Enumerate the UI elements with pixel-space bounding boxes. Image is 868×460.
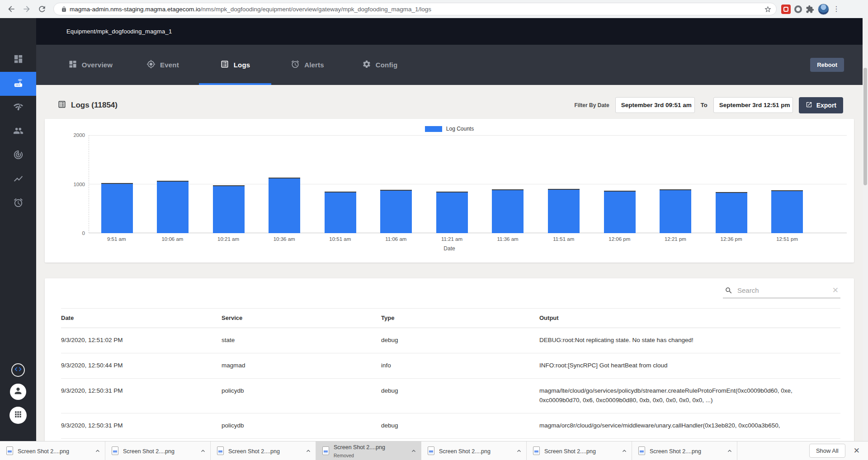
chart-plot-area [89, 135, 847, 233]
sidebar-item-alerts[interactable] [0, 192, 36, 216]
chart-x-tick: 11:21 am [424, 236, 480, 242]
cell-type: debug [381, 328, 539, 353]
browser-actions: ⋮ [781, 4, 840, 15]
cell-output: magma/orc8r/cloud/go/service/middleware/… [539, 413, 840, 438]
router-icon [13, 78, 24, 90]
scrollbar-thumb[interactable] [863, 68, 867, 185]
show-all-button[interactable]: Show All [809, 444, 845, 458]
apps-grid-button[interactable] [9, 407, 27, 424]
network-check-icon [13, 102, 24, 114]
gear-icon [362, 60, 371, 70]
sidebar-item-metrics[interactable] [0, 168, 36, 192]
chevron-up-icon[interactable] [94, 447, 101, 455]
chart-bar-slot [257, 135, 313, 233]
logs-title: Logs (11854) [57, 100, 118, 111]
chart-x-tick: 9:51 am [89, 236, 145, 242]
sidebar-item-dashboard[interactable] [0, 48, 36, 72]
close-downloads-icon[interactable]: ✕ [854, 446, 860, 455]
scrollbar-track[interactable] [863, 18, 868, 441]
file-icon [6, 446, 13, 455]
chart-bar [380, 190, 412, 233]
bookmark-star-icon[interactable] [764, 5, 772, 13]
chevron-up-icon[interactable] [621, 447, 628, 455]
chart-bar [771, 190, 803, 233]
tab-event[interactable]: Event [127, 45, 199, 85]
chevron-up-icon[interactable] [305, 447, 312, 455]
line-chart-icon [13, 174, 24, 186]
download-item[interactable]: Screen Shot 2....png [0, 441, 105, 460]
cell-type: debug [381, 378, 539, 413]
logs-content: Logs (11854) Filter By Date September 3r… [36, 85, 863, 441]
download-item[interactable]: Screen Shot 2....png [527, 441, 632, 460]
extension-icon[interactable] [781, 5, 791, 14]
cell-output: magma/lte/cloud/go/services/policydb/str… [539, 378, 840, 413]
reload-icon[interactable] [34, 1, 50, 17]
chevron-up-icon[interactable] [410, 447, 417, 455]
chart-x-tick: 12:06 pm [591, 236, 647, 242]
clear-search-icon[interactable]: ✕ [832, 286, 839, 294]
filter-by-date-label: Filter By Date [574, 102, 609, 108]
sidebar-item-tracking[interactable] [0, 144, 36, 168]
chart-bar-slot [480, 135, 536, 233]
sidebar-item-network[interactable] [0, 96, 36, 120]
chart-bar [492, 189, 524, 233]
download-item[interactable]: Screen Shot 2....png [632, 441, 737, 460]
breadcrumb: Equipment/mpk_dogfooding_magma_1 [66, 28, 172, 35]
browser-menu-icon[interactable]: ⋮ [833, 7, 840, 11]
chart-bar [325, 192, 356, 233]
extensions-puzzle-icon[interactable] [806, 5, 814, 14]
chart-bar [604, 191, 636, 233]
file-icon [638, 446, 645, 455]
back-icon[interactable] [4, 1, 19, 17]
dashboard-icon [68, 60, 77, 70]
y-tick: 2000 [67, 132, 85, 138]
chart-bar [436, 192, 468, 233]
chart-x-tick: 12:36 pm [703, 236, 760, 242]
sidebar-item-equipment[interactable] [0, 72, 36, 96]
tab-logs[interactable]: Logs [199, 45, 271, 85]
chart-bar [548, 189, 580, 233]
download-item[interactable]: Screen Shot 2....png [211, 441, 316, 460]
cell-service: policydb [222, 413, 381, 438]
chart-xlabels: 9:51 am10:06 am10:21 am10:36 am10:51 am1… [89, 236, 815, 242]
apps-grid-icon [14, 410, 23, 421]
chart-x-tick: 10:06 am [145, 236, 201, 242]
lock-icon [61, 6, 67, 12]
cell-output: INFO:root:[SyncRPC] Got heartBeat from c… [539, 353, 840, 378]
downloads-bar: Screen Shot 2....png Screen Shot 2....pn… [0, 441, 868, 460]
tab-alerts[interactable]: Alerts [271, 45, 344, 85]
logs-header-row: Logs (11854) Filter By Date September 3r… [36, 85, 863, 119]
chevron-up-icon[interactable] [199, 447, 207, 455]
chart-x-tick: 12:51 pm [759, 236, 815, 242]
api-code-button[interactable] [11, 363, 25, 377]
chevron-up-icon[interactable] [515, 447, 523, 455]
url-bar[interactable]: magma-admin.nms-staging.magma.etagecom.i… [53, 3, 777, 15]
sidebar-bottom [9, 363, 27, 441]
dashboard-icon [13, 54, 24, 66]
export-button[interactable]: Export [799, 97, 843, 113]
tab-config[interactable]: Config [344, 45, 416, 85]
forward-icon[interactable] [19, 1, 34, 17]
download-item[interactable]: Screen Shot 2....png [105, 441, 211, 460]
tab-overview[interactable]: Overview [54, 45, 127, 85]
tab-bar: Overview Event Logs Alerts Config [36, 45, 863, 85]
cell-service: state [222, 328, 381, 353]
page-title: Logs (11854) [71, 101, 118, 110]
date-to-input[interactable]: September 3rd 12:51 pm [713, 97, 793, 113]
chevron-up-icon[interactable] [726, 447, 733, 455]
account-button[interactable] [10, 384, 26, 400]
extension-ring-icon[interactable] [794, 5, 802, 13]
cell-date: 9/3/2020, 12:50:31 PM [61, 413, 222, 438]
log-table: Date Service Type Output 9/3/2020, 12:51… [61, 308, 840, 439]
col-header-service: Service [222, 309, 381, 328]
profile-avatar[interactable] [818, 4, 829, 15]
cell-output: DEBUG:root:Not replicating state. No sta… [539, 328, 840, 353]
cell-service: magmad [222, 353, 381, 378]
search-input[interactable] [737, 286, 828, 294]
date-from-input[interactable]: September 3rd 09:51 am [615, 97, 695, 113]
download-item[interactable]: Screen Shot 2....png [421, 441, 527, 460]
cell-type: info [381, 353, 539, 378]
sidebar-item-subscribers[interactable] [0, 120, 36, 144]
reboot-button[interactable]: Reboot [810, 58, 844, 72]
download-item-removed[interactable]: Screen Shot 2....png Removed [316, 441, 421, 460]
